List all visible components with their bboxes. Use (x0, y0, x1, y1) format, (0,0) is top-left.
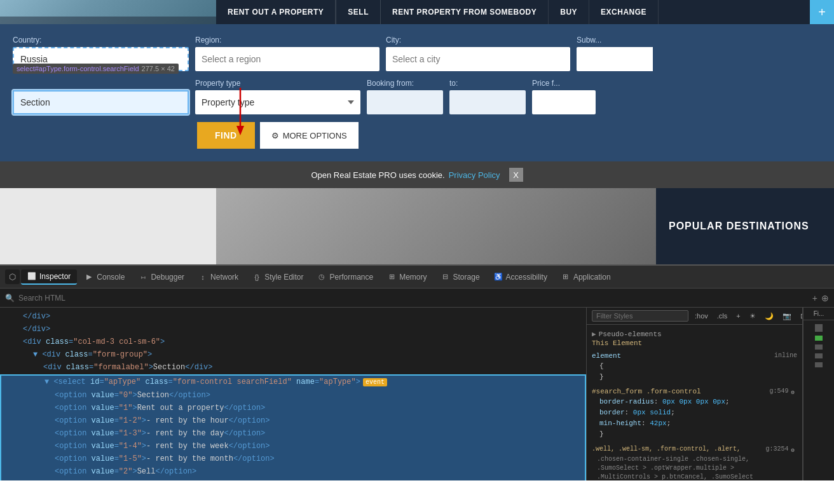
nav-item-exchange[interactable]: EXCHANGE (589, 0, 659, 24)
add-button[interactable]: + (810, 0, 834, 24)
html-line-9[interactable]: <option value="1-2">- rent by the hour</… (1, 414, 585, 427)
cookie-policy-link[interactable]: Privacy Policy (449, 170, 500, 180)
search-section: Country: select#apType.form-control.sear… (0, 24, 834, 161)
application-tab-label: Application (573, 273, 611, 282)
styles-class-btn[interactable]: .cls (714, 311, 730, 321)
html-line-6[interactable]: ▼ <select id="apType" class="form-contro… (1, 376, 585, 389)
debugger-tab-label: Debugger (151, 273, 184, 282)
html-line-11[interactable]: <option value="1-4">- rent by the week</… (1, 440, 585, 453)
booking-input[interactable] (367, 90, 443, 114)
styles-rule-element: { (592, 361, 797, 372)
tab-inspector[interactable]: ⬜ Inspector (21, 269, 77, 285)
inspector-icon-box[interactable]: ⬡ (5, 269, 20, 284)
accessibility-tab-icon: ♿ (494, 273, 503, 282)
proptype-group: Property type Property type (195, 79, 360, 114)
html-line-14[interactable]: <option value="3">Rent property from som… (1, 478, 585, 480)
storage-tab-label: Storage (453, 273, 480, 282)
tab-network[interactable]: ↕ Network (192, 270, 245, 284)
styles-dark-btn[interactable]: 🌙 (762, 311, 776, 322)
styles-hover-btn[interactable]: :hov (692, 311, 711, 321)
styles-responsive-btn[interactable]: ⊡ (798, 311, 802, 322)
html-line-selected-box[interactable]: ▼ <select id="apType" class="form-contro… (0, 374, 586, 480)
city-input[interactable] (386, 47, 570, 71)
to-group: to: (449, 79, 526, 114)
proptype-select[interactable]: Property type (195, 90, 360, 114)
more-options-icon: ⚙ (271, 131, 279, 140)
tab-console[interactable]: ▶ Console (78, 270, 131, 284)
cookie-bar: Open Real Estate PRO uses cookie. Privac… (0, 161, 834, 188)
nav-item-buy[interactable]: BUY (549, 0, 589, 24)
section-select[interactable]: Section Rent out a property - rent by th… (13, 90, 189, 114)
styles-filter-input[interactable] (592, 310, 688, 322)
html-line-4[interactable]: ▼ <div class="form-group"> (0, 348, 586, 361)
styles-rule-min-height: min-height: 42px; (592, 418, 797, 429)
styles-light-btn[interactable]: ☀ (747, 311, 758, 322)
region-input[interactable] (195, 47, 379, 71)
html-line-13[interactable]: <option value="2">Sell</option> (1, 465, 585, 478)
subw-input[interactable] (577, 47, 653, 71)
tab-storage[interactable]: ⊟ Storage (435, 270, 486, 284)
performance-tab-label: Performance (329, 273, 373, 282)
pseudo-elements-header[interactable]: ▶ Pseudo-elements (592, 329, 797, 339)
pick-element-icon[interactable]: ⊕ (821, 293, 829, 303)
storage-tab-icon: ⊟ (441, 273, 450, 282)
html-line-2[interactable]: </div> (0, 323, 586, 336)
tab-debugger[interactable]: ⑅ Debugger (132, 270, 191, 284)
nav-item-sell[interactable]: SELL (336, 0, 381, 24)
cursor-icon: ⬡ (9, 272, 16, 282)
event-badge: event (363, 378, 387, 386)
styles-well-section: .well, .well-sm, .form-control, .alert, … (592, 445, 797, 480)
add-node-icon[interactable]: + (812, 293, 817, 303)
html-line-1[interactable]: </div> (0, 310, 586, 323)
style-editor-tab-label: Style Editor (264, 273, 303, 282)
html-line-7[interactable]: <option value="0">Section</option> (1, 389, 585, 402)
styles-selector-well: .well, .well-sm, .form-control, .alert, … (592, 445, 797, 454)
tooltip-size: 277.5 × 42 (142, 65, 175, 72)
country-group: Country: select#apType.form-control.sear… (13, 36, 189, 71)
region-label: Region: (195, 36, 379, 44)
to-input[interactable] (449, 90, 526, 114)
html-line-3[interactable]: <div class="col-md-3 col-sm-6"> (0, 336, 586, 348)
country-label: Country: (13, 36, 189, 44)
styles-file-ref-2: g:3254 (766, 445, 789, 454)
svg-marker-1 (236, 126, 244, 135)
application-tab-icon: ⊞ (561, 273, 570, 282)
styles-element-section: element inline { } (592, 352, 797, 383)
gear-icon-1[interactable]: ⚙ (789, 388, 797, 397)
right-item-2 (815, 336, 823, 341)
tab-memory[interactable]: ⊞ Memory (381, 270, 433, 284)
html-line-5[interactable]: <div class="formalabel">Section</div> (0, 361, 586, 374)
section-group: Section Rent out a property - rent by th… (13, 90, 189, 114)
tab-performance[interactable]: ◷ Performance (311, 270, 379, 284)
console-tab-label: Console (97, 273, 125, 282)
tooltip-badge: select#apType.form-control.searchField 2… (13, 64, 179, 74)
html-line-8[interactable]: <option value="1">Rent out a property</o… (1, 402, 585, 414)
styles-add-btn[interactable]: + (734, 311, 742, 321)
styles-rule-element-close: } (592, 372, 797, 383)
price-group: Price f... (532, 79, 596, 114)
right-filter-label: Fi... (803, 308, 834, 320)
btn-row: FIND ⚙ MORE OPTIONS (197, 122, 821, 149)
styles-rule-border-radius: border-radius: 0px 0px 0px 0px; (592, 397, 797, 407)
tab-application[interactable]: ⊞ Application (555, 270, 617, 284)
styles-file-ref-1: g:549 (770, 388, 789, 395)
html-line-12[interactable]: <option value="1-5">- rent by the month<… (1, 453, 585, 465)
console-tab-icon: ▶ (85, 273, 93, 282)
tab-style-editor[interactable]: {} Style Editor (246, 270, 310, 284)
html-panel[interactable]: </div> </div> <div class="col-md-3 col-s… (0, 308, 586, 480)
cookie-close-button[interactable]: X (509, 168, 523, 182)
nav-item-rent-out[interactable]: RENT OUT A PROPERTY (216, 0, 336, 24)
gear-icon-2[interactable]: ⚙ (789, 445, 797, 456)
price-input[interactable] (532, 90, 596, 114)
styles-content[interactable]: ▶ Pseudo-elements This Element element i… (587, 325, 802, 480)
nav-item-rent-from[interactable]: RENT PROPERTY FROM SOMEBODY (381, 0, 549, 24)
html-search-input[interactable] (18, 294, 809, 303)
tab-accessibility[interactable]: ♿ Accessibility (488, 270, 554, 284)
styles-screenshot-btn[interactable]: 📷 (780, 311, 794, 322)
html-line-10[interactable]: <option value="1-3">- rent by the day</o… (1, 427, 585, 440)
more-options-button[interactable]: ⚙ MORE OPTIONS (260, 122, 359, 149)
cookie-text: Open Real Estate PRO uses cookie. (311, 170, 444, 180)
styles-toolbar: :hov .cls + ☀ 🌙 📷 ⊡ (587, 308, 802, 325)
styles-rule-border: border: 0px solid; (592, 407, 797, 418)
memory-tab-label: Memory (399, 273, 427, 282)
